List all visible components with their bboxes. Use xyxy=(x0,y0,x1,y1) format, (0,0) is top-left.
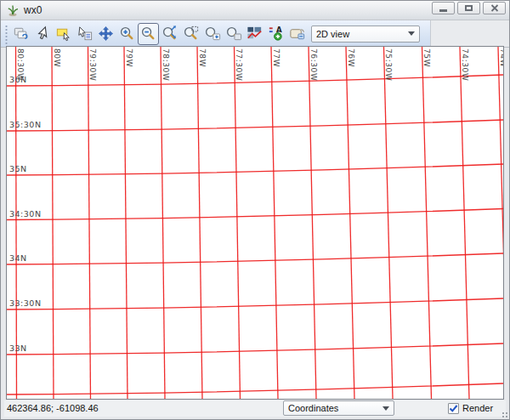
parallel-label: 34N xyxy=(9,253,27,263)
render-label: Render xyxy=(462,401,493,416)
parallel-label: 36N xyxy=(9,75,27,84)
meridian-label: 74W xyxy=(499,48,504,67)
add-overlay-icon: A xyxy=(267,25,285,43)
pan-icon xyxy=(97,25,115,43)
parallel-label: 33N xyxy=(9,343,27,353)
minimize-icon xyxy=(439,9,447,12)
tool-zoom-extent-button[interactable] xyxy=(159,23,180,45)
zoom-region-icon xyxy=(182,25,200,43)
meridian-label: 79W xyxy=(125,48,133,67)
titlebar[interactable]: wx0 xyxy=(1,1,509,20)
close-icon xyxy=(490,4,499,12)
tool-zoom-last-button[interactable] xyxy=(201,23,223,45)
render-checkbox[interactable] xyxy=(448,403,459,414)
coordinates-readout: 462364.86; -61098.46 xyxy=(7,400,99,417)
tool-pan-button[interactable] xyxy=(95,23,116,45)
parallel-label: 35N xyxy=(9,164,27,173)
close-button[interactable] xyxy=(483,2,506,14)
app-icon xyxy=(6,3,20,17)
zoom-map-icon xyxy=(224,25,242,43)
save-display-icon xyxy=(288,25,306,43)
meridian-label: 76W xyxy=(347,48,355,67)
meridian-label: 78W xyxy=(198,48,207,67)
tool-zoom-map-button[interactable] xyxy=(223,23,244,45)
select-icon xyxy=(54,25,72,43)
resize-grip[interactable] xyxy=(502,411,508,418)
tool-add-overlay-button[interactable]: A xyxy=(265,23,286,45)
meridian-label: 77:30W xyxy=(235,48,243,81)
app-window: wx0 A 2D view 80:30W80W79:30W79W78:30W78… xyxy=(0,0,510,420)
meridian-label: 75W xyxy=(422,48,431,67)
zoom-extent-icon xyxy=(161,25,178,43)
tool-display-map-button[interactable] xyxy=(10,23,31,45)
zoom-out-icon xyxy=(139,25,157,43)
pointer-icon xyxy=(33,25,51,43)
tool-save-display-button[interactable] xyxy=(286,23,308,45)
statusbar: 462364.86; -61098.46 Coordinates Render xyxy=(4,400,506,417)
tool-zoom-out-button[interactable] xyxy=(138,23,159,45)
maximize-button[interactable] xyxy=(457,2,480,14)
tool-zoom-in-button[interactable] xyxy=(116,23,138,45)
meridian-label: 75:30W xyxy=(384,48,393,81)
analyze-icon xyxy=(246,25,264,43)
toolbar-grip[interactable] xyxy=(3,24,8,44)
view-mode-dropdown[interactable]: 2D view xyxy=(311,26,420,43)
maximize-icon xyxy=(465,5,473,11)
map-canvas[interactable]: 80:30W80W79:30W79W78:30W78W77:30W77W76:3… xyxy=(6,46,504,400)
meridian-label: 80W xyxy=(53,48,61,67)
render-toggle: Render xyxy=(448,401,493,416)
meridian-label: 79:30W xyxy=(88,48,97,81)
query-icon xyxy=(76,25,94,43)
chevron-down-icon xyxy=(382,406,389,411)
view-mode-value: 2D view xyxy=(316,29,349,39)
meridian-label: 77W xyxy=(272,48,280,67)
window-controls xyxy=(429,0,506,20)
parallel-label: 35:30N xyxy=(9,120,41,129)
window-title: wx0 xyxy=(24,4,429,16)
check-icon xyxy=(449,404,458,413)
zoom-last-icon xyxy=(203,25,221,43)
tool-analyze-button[interactable] xyxy=(244,23,265,45)
meridian-label: 74:30W xyxy=(461,48,469,81)
tool-zoom-region-button[interactable] xyxy=(180,23,201,45)
minimize-button[interactable] xyxy=(432,2,455,14)
statusbar-mode-dropdown[interactable]: Coordinates xyxy=(283,400,394,416)
toolbar: A 2D view xyxy=(1,20,509,48)
toolbar-spacer xyxy=(431,20,509,47)
chevron-down-icon xyxy=(408,31,415,36)
display-map-icon xyxy=(12,25,30,43)
tool-pointer-button[interactable] xyxy=(31,23,53,45)
meridian-label: 78:30W xyxy=(162,48,170,81)
parallel-label: 34:30N xyxy=(9,209,41,219)
statusbar-mode-value: Coordinates xyxy=(288,403,338,413)
tool-select-button[interactable] xyxy=(53,23,74,45)
toolbar-buttons: A xyxy=(10,23,308,45)
meridian-label: 76:30W xyxy=(309,48,318,81)
graticule-svg: 80:30W80W79:30W79W78:30W78W77:30W77W76:3… xyxy=(7,47,503,399)
map-display-toolbar: A 2D view xyxy=(1,20,431,47)
parallel-label: 33:30N xyxy=(9,298,41,308)
zoom-in-icon xyxy=(118,25,136,43)
tool-query-button[interactable] xyxy=(74,23,95,45)
